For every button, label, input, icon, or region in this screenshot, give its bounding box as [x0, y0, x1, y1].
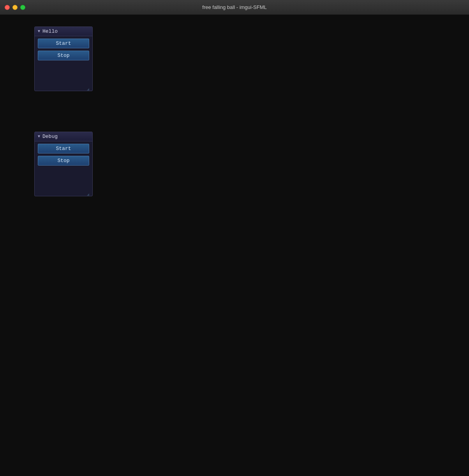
- debug-window-body: Start Stop: [35, 141, 92, 196]
- hello-resize-handle[interactable]: [87, 85, 92, 90]
- debug-window-title: Debug: [42, 134, 58, 139]
- title-bar: free falling ball - imgui-SFML: [0, 0, 469, 15]
- minimize-button-traffic[interactable]: [12, 5, 18, 10]
- hello-window-title: Hello: [42, 28, 58, 34]
- traffic-lights: [5, 5, 25, 10]
- hello-window-titlebar[interactable]: ▼ Hello: [35, 27, 92, 36]
- hello-collapse-arrow: ▼: [38, 29, 40, 33]
- hello-window-body: Start Stop: [35, 36, 92, 91]
- close-button-traffic[interactable]: [5, 5, 10, 10]
- debug-resize-handle[interactable]: [87, 190, 92, 195]
- debug-start-button[interactable]: Start: [38, 144, 89, 153]
- debug-collapse-arrow: ▼: [38, 134, 40, 139]
- hello-stop-button[interactable]: Stop: [38, 51, 89, 60]
- maximize-button-traffic[interactable]: [20, 5, 25, 10]
- hello-start-button[interactable]: Start: [38, 39, 89, 48]
- window-title: free falling ball - imgui-SFML: [202, 4, 266, 10]
- debug-stop-button[interactable]: Stop: [38, 156, 89, 166]
- debug-window: ▼ Debug Start Stop: [34, 132, 93, 196]
- debug-window-titlebar[interactable]: ▼ Debug: [35, 132, 92, 141]
- hello-window: ▼ Hello Start Stop: [34, 26, 93, 91]
- app-content: ▼ Hello Start Stop ▼ Debug Start Stop: [0, 15, 469, 476]
